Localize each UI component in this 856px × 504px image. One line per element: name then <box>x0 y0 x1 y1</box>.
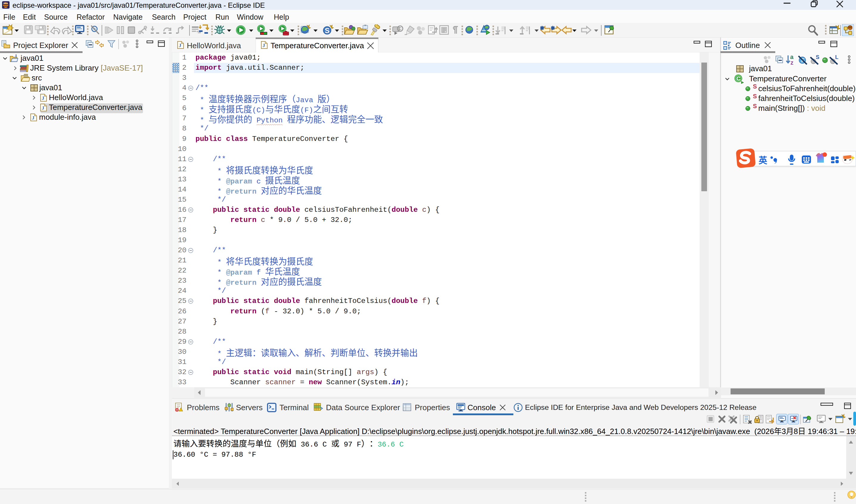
svg-text:Java: Java <box>3 2 8 4</box>
svg-text:J: J <box>15 54 17 58</box>
svg-text:L: L <box>835 55 838 60</box>
svg-text:z: z <box>790 59 793 66</box>
svg-text:S: S <box>325 26 329 35</box>
svg-text:J: J <box>179 42 181 48</box>
svg-text:C: C <box>399 26 402 31</box>
svg-text:J: J <box>42 105 44 111</box>
svg-text:J: J <box>263 42 265 48</box>
svg-text:J: J <box>32 115 35 121</box>
svg-text:J: J <box>42 95 44 101</box>
svg-text:S: S <box>816 55 819 60</box>
svg-text:C: C <box>736 75 741 82</box>
